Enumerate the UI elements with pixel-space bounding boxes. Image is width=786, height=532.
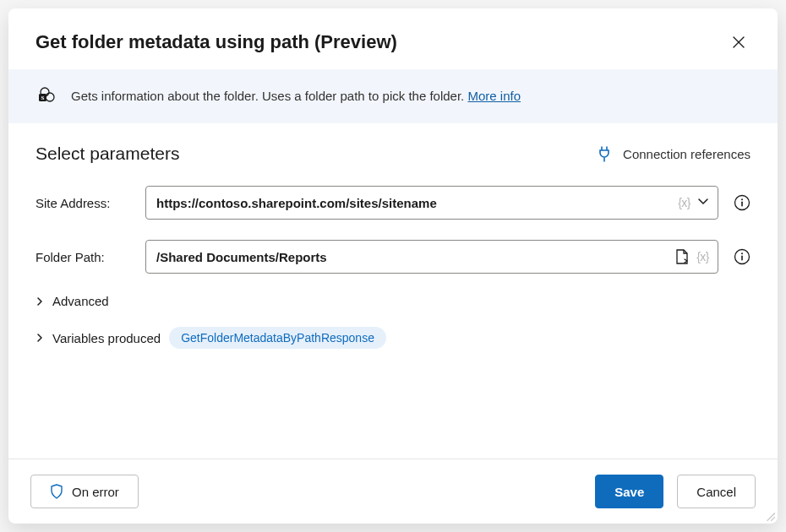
variables-expander[interactable]: Variables produced GetFolderMetadataByPa… bbox=[35, 327, 751, 349]
folder-path-info[interactable] bbox=[734, 248, 751, 265]
file-picker-button[interactable] bbox=[674, 248, 690, 265]
dialog: Get folder metadata using path (Preview)… bbox=[8, 8, 778, 524]
dialog-body: Select parameters Connection references … bbox=[8, 123, 778, 459]
resize-grip-icon[interactable] bbox=[764, 510, 776, 522]
on-error-button[interactable]: On error bbox=[30, 475, 139, 508]
folder-path-input[interactable] bbox=[146, 250, 674, 264]
chevron-down-icon bbox=[697, 195, 709, 207]
variable-token-icon[interactable]: {x} bbox=[696, 250, 709, 263]
close-icon bbox=[732, 35, 745, 49]
section-title: Select parameters bbox=[35, 144, 179, 164]
more-info-link[interactable]: More info bbox=[467, 89, 521, 103]
svg-rect-6 bbox=[741, 202, 743, 207]
save-button[interactable]: Save bbox=[595, 475, 663, 508]
svg-rect-9 bbox=[741, 256, 743, 261]
svg-point-8 bbox=[741, 252, 743, 254]
param-row-folder-path: Folder Path: {x} bbox=[35, 240, 751, 274]
site-address-input-wrap: {x} bbox=[145, 186, 718, 220]
cancel-button[interactable]: Cancel bbox=[677, 475, 756, 508]
advanced-label: Advanced bbox=[52, 294, 109, 308]
variables-label: Variables produced bbox=[52, 331, 161, 345]
folder-path-label: Folder Path: bbox=[35, 250, 130, 264]
dialog-header: Get folder metadata using path (Preview) bbox=[8, 8, 778, 69]
sharepoint-icon: S bbox=[37, 86, 56, 105]
shield-icon bbox=[50, 484, 63, 499]
dialog-footer: On error Save Cancel bbox=[8, 459, 778, 524]
plug-icon bbox=[598, 145, 611, 162]
footer-actions: Save Cancel bbox=[595, 475, 756, 508]
variable-token-icon[interactable]: {x} bbox=[678, 196, 690, 209]
banner-description: Gets information about the folder. Uses … bbox=[71, 89, 467, 103]
site-address-input[interactable] bbox=[146, 196, 678, 210]
svg-point-1 bbox=[46, 93, 54, 101]
chevron-right-icon bbox=[35, 296, 44, 307]
folder-path-input-wrap: {x} bbox=[145, 240, 718, 274]
file-arrow-icon bbox=[674, 248, 690, 265]
folder-path-suffix: {x} bbox=[674, 248, 718, 265]
variable-chip[interactable]: GetFolderMetadataByPathResponse bbox=[169, 327, 386, 349]
info-icon bbox=[734, 194, 751, 211]
connection-references-button[interactable]: Connection references bbox=[598, 145, 751, 162]
site-address-dropdown[interactable] bbox=[697, 195, 709, 210]
section-header-row: Select parameters Connection references bbox=[35, 144, 751, 164]
info-icon bbox=[734, 248, 751, 265]
on-error-label: On error bbox=[72, 485, 119, 499]
dialog-title: Get folder metadata using path (Preview) bbox=[35, 31, 397, 53]
banner-text: Gets information about the folder. Uses … bbox=[71, 89, 521, 103]
chevron-right-icon bbox=[35, 333, 44, 343]
param-row-site-address: Site Address: {x} bbox=[35, 186, 751, 220]
info-banner: S Gets information about the folder. Use… bbox=[8, 69, 778, 123]
advanced-expander[interactable]: Advanced bbox=[35, 294, 751, 308]
svg-text:S: S bbox=[41, 95, 45, 101]
site-address-info[interactable] bbox=[734, 194, 751, 211]
close-button[interactable] bbox=[727, 30, 751, 54]
connection-references-label: Connection references bbox=[623, 147, 751, 161]
site-address-label: Site Address: bbox=[35, 196, 130, 210]
site-address-suffix: {x} bbox=[678, 195, 718, 210]
svg-point-5 bbox=[741, 198, 743, 200]
